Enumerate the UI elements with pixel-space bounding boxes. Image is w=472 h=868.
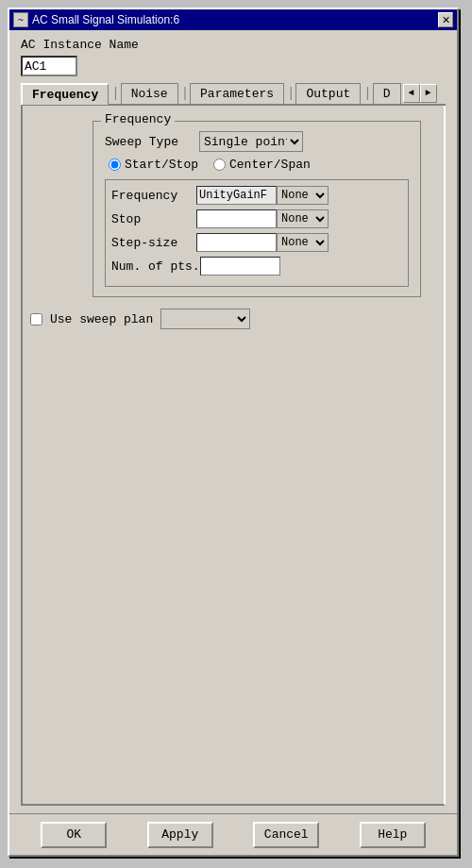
radio-center-span-label: Center/Span [229,158,311,172]
tab-prev-button[interactable]: ◄ [403,84,420,103]
sweep-type-label: Sweep Type [105,135,199,149]
radio-start-stop[interactable]: Start/Stop [109,158,198,172]
freq-input-step[interactable] [196,233,277,252]
help-button[interactable]: Help [360,822,426,848]
freq-row-step: Step-size NoneHzkHzMHz [111,233,402,252]
freq-input-numpts[interactable] [200,257,280,275]
frequency-group: Frequency Sweep Type Single point Linear… [93,121,421,297]
freq-unit-stop[interactable]: NoneHzkHzMHz [277,209,329,228]
tab-bar: Frequency | Noise | Parameters | Output … [21,82,446,106]
window-icon: ~ [13,12,28,27]
frequency-group-legend: Frequency [101,112,175,126]
freq-unit-frequency[interactable]: NoneHzkHzMHz [277,186,329,205]
freq-label-frequency: Frequency [111,189,196,203]
radio-group: Start/Stop Center/Span [109,158,409,172]
sweep-plan-dropdown[interactable] [160,309,250,329]
main-window: ~ AC Small Signal Simulation:6 ✕ AC Inst… [8,8,459,857]
tab-content: Frequency Sweep Type Single point Linear… [21,106,446,806]
apply-button[interactable]: Apply [147,822,213,848]
sweep-plan-checkbox[interactable] [30,313,42,326]
instance-name-input[interactable] [21,56,77,76]
radio-start-stop-label: Start/Stop [125,158,198,172]
tab-output[interactable]: Output [295,83,361,104]
close-button[interactable]: ✕ [438,12,453,27]
tab-d[interactable]: D [373,83,401,104]
freq-row-frequency: Frequency NoneHzkHzMHz [111,186,402,205]
sweep-type-select[interactable]: Single point Linear Logarithmic List [199,131,303,152]
radio-center-span[interactable]: Center/Span [213,158,311,172]
tab-frequency[interactable]: Frequency [21,83,109,105]
tab-next-button[interactable]: ► [420,84,437,103]
freq-label-numpts: Num. of pts. [111,259,200,274]
freq-label-stop: Stop [111,212,196,226]
sweep-type-row: Sweep Type Single point Linear Logarithm… [105,131,409,152]
freq-input-frequency[interactable] [196,186,277,205]
frequency-table: Frequency NoneHzkHzMHz Stop NoneHzkHzMHz [105,179,409,287]
freq-label-step: Step-size [111,236,196,250]
freq-unit-step[interactable]: NoneHzkHzMHz [277,233,329,252]
freq-row-stop: Stop NoneHzkHzMHz [111,209,402,228]
sweep-plan-label: Use sweep plan [50,312,153,326]
window-title: AC Small Signal Simulation:6 [32,13,179,26]
sweep-plan-row: Use sweep plan [30,309,440,329]
tab-parameters[interactable]: Parameters [190,83,284,104]
title-bar: ~ AC Small Signal Simulation:6 ✕ [9,9,457,30]
freq-row-numpts: Num. of pts. [111,257,402,275]
instance-name-label: AC Instance Name [21,38,446,52]
window-content: AC Instance Name Frequency | Noise | Par… [9,30,457,855]
freq-input-stop[interactable] [196,209,277,228]
ok-button[interactable]: OK [41,822,107,848]
tab-noise[interactable]: Noise [121,83,178,104]
title-bar-left: ~ AC Small Signal Simulation:6 [13,12,179,27]
button-bar: OK Apply Cancel Help [9,813,457,855]
cancel-button[interactable]: Cancel [253,822,319,848]
